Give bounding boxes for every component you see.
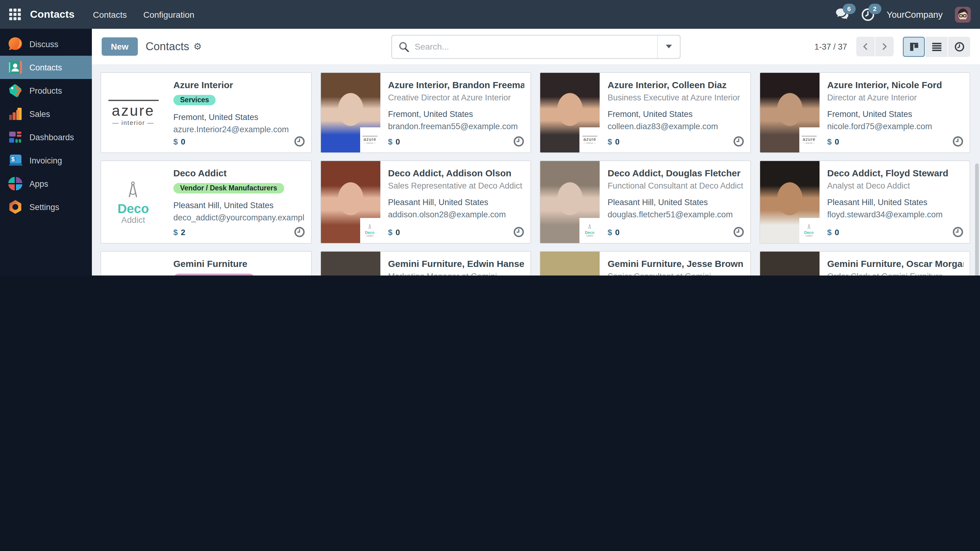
contact-email[interactable]: azure.Interior24@example.com bbox=[173, 124, 305, 136]
activity-clock-icon[interactable] bbox=[953, 136, 964, 147]
contact-location: Fremont, United States bbox=[388, 108, 524, 121]
opportunities-amount[interactable]: $0 bbox=[388, 137, 400, 146]
sidebar-item-contacts[interactable]: Contacts bbox=[0, 56, 92, 79]
view-activity-button[interactable] bbox=[948, 37, 970, 57]
contact-card[interactable]: DecoAddictDeco Addict, Addison OlsonSale… bbox=[320, 160, 531, 244]
activity-clock-icon[interactable] bbox=[733, 136, 744, 147]
activities-count-badge: 2 bbox=[868, 3, 881, 14]
contact-photo: azure— interior — bbox=[321, 73, 380, 152]
opportunities-amount[interactable]: $0 bbox=[827, 137, 839, 146]
pager-range: 1-37 / 37 bbox=[814, 42, 847, 51]
contact-function: Order Clerk at Gemini Furniture bbox=[827, 270, 964, 275]
contact-card[interactable]: DecoAddictDeco Addict, Floyd StewardAnal… bbox=[759, 160, 970, 244]
apps-grid-icon[interactable] bbox=[9, 9, 21, 20]
activity-clock-icon[interactable] bbox=[953, 227, 964, 238]
pager-next-button[interactable] bbox=[875, 37, 894, 56]
sidebar-item-sales[interactable]: Sales bbox=[0, 102, 92, 125]
gear-icon[interactable]: ⚙ bbox=[194, 41, 202, 52]
contact-function: Functional Consultant at Deco Addict bbox=[608, 180, 744, 192]
settings-icon bbox=[7, 199, 23, 215]
opportunities-amount[interactable]: $0 bbox=[608, 137, 620, 146]
contact-card[interactable]: azure— interior —Azure InteriorServicesF… bbox=[100, 72, 312, 153]
messages-icon[interactable]: 6 bbox=[835, 8, 849, 21]
contact-card[interactable]: GeminiFurnitureGemini Furniture, Oscar M… bbox=[759, 251, 970, 275]
app-sidebar: DiscussContactsProductsSalesDashboards$I… bbox=[0, 29, 92, 275]
sidebar-item-discuss[interactable]: Discuss bbox=[0, 32, 92, 56]
pager-previous-button[interactable] bbox=[856, 37, 875, 56]
company-logo-badge: DecoAddict bbox=[360, 218, 380, 243]
contact-email[interactable]: douglas.fletcher51@example.com bbox=[608, 209, 744, 221]
app-window: Contacts Contacts Configuration 6 2 Your… bbox=[0, 0, 980, 275]
contact-photo: GeminiFurniture bbox=[540, 252, 600, 275]
opportunities-amount[interactable]: $2 bbox=[173, 227, 185, 237]
company-switcher[interactable]: YourCompany bbox=[886, 10, 943, 19]
page-title: Contacts bbox=[146, 40, 189, 53]
search-dropdown-toggle[interactable] bbox=[657, 35, 680, 58]
scrollbar[interactable] bbox=[975, 164, 979, 275]
contact-name: Azure Interior bbox=[173, 79, 305, 91]
company-logo: GeminiFurniture bbox=[101, 252, 165, 275]
opportunities-amount[interactable]: $0 bbox=[173, 137, 185, 146]
sidebar-item-label: Sales bbox=[29, 109, 50, 119]
activity-clock-icon[interactable] bbox=[294, 227, 305, 238]
contact-photo: DecoAddict bbox=[540, 161, 600, 243]
menu-configuration[interactable]: Configuration bbox=[143, 10, 194, 19]
contact-card[interactable]: DecoAddictDeco AddictVendor / Desk Manuf… bbox=[100, 160, 312, 244]
contact-card[interactable]: GeminiFurnitureGemini Furniture, Edwin H… bbox=[320, 251, 531, 275]
contact-email[interactable]: colleen.diaz83@example.com bbox=[608, 121, 744, 133]
contact-card[interactable]: DecoAddictDeco Addict, Douglas FletcherF… bbox=[539, 160, 751, 244]
contact-location: Pleasant Hill, United States bbox=[173, 199, 305, 212]
contacts-icon bbox=[7, 59, 23, 75]
sidebar-item-label: Products bbox=[29, 86, 62, 95]
contact-email[interactable]: nicole.ford75@example.com bbox=[827, 121, 964, 133]
activity-clock-icon[interactable] bbox=[513, 227, 524, 238]
sidebar-item-invoicing[interactable]: $Invoicing bbox=[0, 149, 92, 172]
contact-function: Analyst at Deco Addict bbox=[827, 180, 964, 192]
sidebar-item-settings[interactable]: Settings bbox=[0, 195, 92, 219]
activity-clock-icon[interactable] bbox=[294, 136, 305, 147]
contact-photo: GeminiFurniture bbox=[321, 252, 380, 275]
activities-clock-icon[interactable]: 2 bbox=[861, 8, 874, 21]
sidebar-item-products[interactable]: Products bbox=[0, 79, 92, 102]
activity-clock-icon[interactable] bbox=[513, 136, 524, 147]
contact-name: Deco Addict bbox=[173, 167, 305, 179]
contact-photo: azure— interior — bbox=[760, 73, 819, 152]
contact-email[interactable]: deco_addict@yourcompany.exampl... bbox=[173, 212, 305, 224]
contact-card[interactable]: azure— interior —Azure Interior, Nicole … bbox=[759, 72, 970, 153]
view-kanban-button[interactable] bbox=[903, 37, 925, 57]
search-bar bbox=[391, 35, 681, 59]
view-list-button[interactable] bbox=[926, 37, 948, 57]
contact-photo: DecoAddict bbox=[321, 161, 380, 243]
search-icon bbox=[399, 41, 409, 52]
contact-tag: Services bbox=[173, 95, 216, 105]
contact-photo: GeminiFurniture bbox=[760, 252, 819, 275]
contact-photo: DecoAddict bbox=[760, 161, 819, 243]
contact-name: Azure Interior, Colleen Diaz bbox=[608, 79, 744, 91]
opportunities-amount[interactable]: $0 bbox=[827, 227, 839, 237]
sidebar-item-dashboards[interactable]: Dashboards bbox=[0, 125, 92, 149]
company-logo-badge: azure— interior — bbox=[579, 127, 600, 152]
contact-email[interactable]: floyd.steward34@example.com bbox=[827, 209, 964, 221]
contact-location: Fremont, United States bbox=[173, 111, 305, 124]
contact-location: Pleasant Hill, United States bbox=[388, 197, 524, 209]
company-logo-badge: azure— interior — bbox=[360, 127, 380, 152]
sidebar-item-apps[interactable]: Apps bbox=[0, 172, 92, 195]
opportunities-amount[interactable]: $0 bbox=[388, 227, 400, 237]
contact-tag: Consulting Services bbox=[173, 273, 255, 275]
contact-name: Gemini Furniture, Edwin Hansen bbox=[388, 258, 524, 270]
contact-card[interactable]: azure— interior —Azure Interior, Colleen… bbox=[539, 72, 751, 153]
activity-clock-icon[interactable] bbox=[733, 227, 744, 238]
search-input[interactable] bbox=[409, 41, 657, 51]
menu-contacts[interactable]: Contacts bbox=[93, 10, 127, 19]
contact-card[interactable]: GeminiFurnitureGemini Furniture, Jesse B… bbox=[539, 251, 751, 275]
contact-email[interactable]: brandon.freeman55@example.com bbox=[388, 121, 524, 133]
user-avatar[interactable] bbox=[955, 6, 971, 22]
currency-sign: $ bbox=[608, 227, 612, 237]
contact-card[interactable]: azure— interior —Azure Interior, Brandon… bbox=[320, 72, 531, 153]
app-brand[interactable]: Contacts bbox=[30, 8, 75, 21]
contact-card[interactable]: GeminiFurnitureGemini FurnitureConsultin… bbox=[100, 251, 312, 275]
new-button[interactable]: New bbox=[102, 37, 138, 56]
opportunities-amount[interactable]: $0 bbox=[608, 227, 620, 237]
contact-email[interactable]: addison.olson28@example.com bbox=[388, 209, 524, 221]
sidebar-item-label: Settings bbox=[29, 202, 59, 211]
